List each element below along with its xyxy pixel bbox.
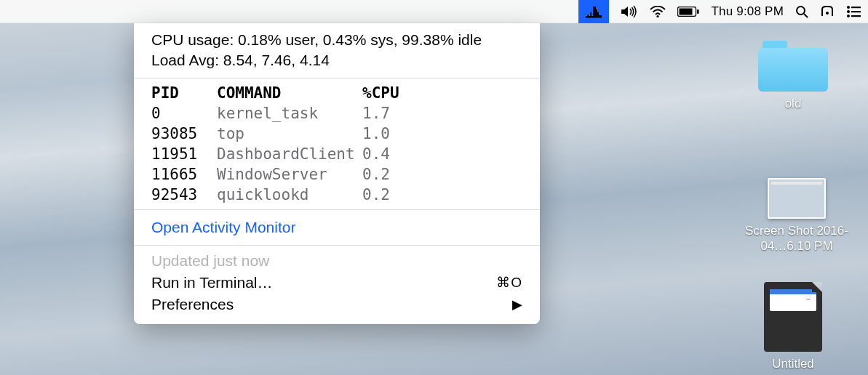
cell-cpu: 0.2 xyxy=(362,185,522,205)
desktop-screenshot-label: Screen Shot 2016-04…6.10 PM xyxy=(742,223,851,254)
svg-point-2 xyxy=(657,15,659,17)
svg-point-8 xyxy=(826,12,829,15)
preferences[interactable]: Preferences ▶ xyxy=(151,294,522,315)
updated-status-label: Updated just now xyxy=(151,252,269,270)
open-activity-monitor-label: Open Activity Monitor xyxy=(151,219,295,236)
cpu-graph-icon xyxy=(586,5,602,18)
battery-icon[interactable] xyxy=(677,7,699,17)
open-activity-section: Open Activity Monitor xyxy=(134,210,540,245)
screenshot-icon xyxy=(768,178,826,219)
siri-icon[interactable] xyxy=(820,5,835,18)
cell-pid: 93085 xyxy=(151,124,217,144)
folder-icon xyxy=(758,41,828,92)
menu-extra-cpu-monitor[interactable] xyxy=(578,0,609,23)
table-row: 0 kernel_task 1.7 xyxy=(151,103,522,124)
desktop-folder-label: old xyxy=(742,96,844,111)
cell-cpu: 1.0 xyxy=(362,124,522,144)
menubar-clock[interactable]: Thu 9:08 PM xyxy=(711,4,784,19)
process-table-section: PID COMMAND %CPU 0 kernel_task 1.7 93085… xyxy=(134,78,540,209)
svg-point-6 xyxy=(797,7,805,15)
desktop-sd-card-label: Untitled xyxy=(742,356,844,371)
cpu-monitor-dropdown: CPU usage: 0.18% user, 0.43% sys, 99.38%… xyxy=(134,23,540,324)
notification-center-icon[interactable] xyxy=(846,6,861,17)
svg-line-7 xyxy=(804,14,808,17)
svg-rect-5 xyxy=(697,9,699,14)
cell-command: DashboardClient xyxy=(217,144,362,164)
col-header-cpu: %CPU xyxy=(362,83,522,103)
svg-rect-4 xyxy=(680,8,693,15)
updated-status: Updated just now xyxy=(151,250,522,272)
table-header-row: PID COMMAND %CPU xyxy=(151,83,522,103)
cell-cpu: 0.2 xyxy=(362,164,522,185)
table-row: 11665 WindowServer 0.2 xyxy=(151,164,522,185)
table-row: 93085 top 1.0 xyxy=(151,124,522,144)
svg-point-13 xyxy=(847,15,850,17)
cell-pid: 92543 xyxy=(151,185,217,205)
table-row: 92543 quicklookd 0.2 xyxy=(151,185,522,205)
process-table: PID COMMAND %CPU 0 kernel_task 1.7 93085… xyxy=(151,83,522,205)
sd-card-icon: ▲ xyxy=(764,282,822,352)
svg-rect-12 xyxy=(851,11,861,12)
run-in-terminal[interactable]: Run in Terminal… ⌘O xyxy=(151,272,522,294)
volume-icon[interactable] xyxy=(621,5,638,18)
cell-command: kernel_task xyxy=(217,103,362,124)
col-header-pid: PID xyxy=(151,83,217,103)
menubar: Thu 9:08 PM xyxy=(0,0,868,23)
desktop-folder-old[interactable]: old xyxy=(742,41,844,111)
submenu-arrow-icon: ▶ xyxy=(512,297,522,312)
cell-command: WindowServer xyxy=(217,164,362,185)
cell-cpu: 0.4 xyxy=(362,144,522,164)
svg-rect-10 xyxy=(851,7,861,8)
svg-point-11 xyxy=(847,10,850,13)
spotlight-icon[interactable] xyxy=(795,5,808,18)
cell-pid: 11665 xyxy=(151,164,217,185)
table-row: 11951 DashboardClient 0.4 xyxy=(151,144,522,164)
cpu-usage-line: CPU usage: 0.18% user, 0.43% sys, 99.38%… xyxy=(151,30,522,50)
svg-rect-14 xyxy=(851,15,861,17)
svg-point-9 xyxy=(847,6,850,9)
run-in-terminal-label: Run in Terminal… xyxy=(151,274,273,291)
cell-pid: 11951 xyxy=(151,144,217,164)
footer-section: Updated just now Run in Terminal… ⌘O Pre… xyxy=(134,246,540,324)
load-avg-line: Load Avg: 8.54, 7.46, 4.14 xyxy=(151,50,522,70)
preferences-label: Preferences xyxy=(151,296,234,313)
desktop-screenshot[interactable]: Screen Shot 2016-04…6.10 PM xyxy=(742,178,851,254)
wifi-icon[interactable] xyxy=(650,6,666,17)
cell-command: quicklookd xyxy=(217,185,362,205)
cell-cpu: 1.7 xyxy=(362,103,522,124)
col-header-command: COMMAND xyxy=(217,83,362,103)
cpu-summary-section: CPU usage: 0.18% user, 0.43% sys, 99.38%… xyxy=(134,23,540,78)
cell-command: top xyxy=(217,124,362,144)
run-in-terminal-shortcut: ⌘O xyxy=(496,274,522,291)
cell-pid: 0 xyxy=(151,103,217,124)
open-activity-monitor[interactable]: Open Activity Monitor xyxy=(151,217,522,238)
desktop-sd-card[interactable]: ▲ Untitled xyxy=(742,282,844,371)
